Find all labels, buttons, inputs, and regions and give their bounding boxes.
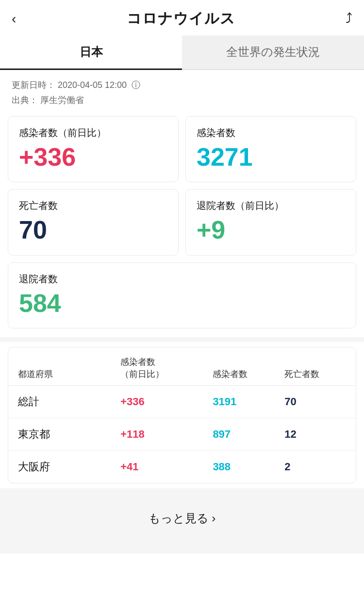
cell-cases: 388 — [213, 461, 284, 473]
table-header: 都道府県 感染者数（前日比） 感染者数 死亡者数 — [8, 347, 356, 386]
cell-deaths: 12 — [284, 428, 346, 441]
total-cases-value: 3271 — [197, 143, 345, 171]
total-cases-card: 感染者数 3271 — [185, 116, 356, 182]
header: ‹ コロナウイルス ⤴ — [0, 0, 364, 35]
page-title: コロナウイルス — [127, 9, 235, 29]
discharged-label: 退院者数 — [19, 273, 345, 286]
new-cases-card: 感染者数（前日比） +336 — [8, 116, 179, 182]
cell-new-cases: +336 — [120, 395, 213, 408]
new-cases-value: +336 — [19, 143, 167, 171]
discharged-diff-value: +9 — [197, 216, 345, 244]
tab-japan[interactable]: 日本 — [0, 35, 182, 70]
table-row: 総計 +336 3191 70 — [8, 386, 356, 418]
new-cases-label: 感染者数（前日比） — [19, 126, 167, 139]
back-button[interactable]: ‹ — [12, 11, 16, 27]
deaths-value: 70 — [19, 216, 167, 244]
updated-line: 更新日時： 2020-04-05 12:00 ⓘ — [12, 78, 352, 93]
cell-prefecture: 大阪府 — [18, 460, 120, 474]
more-button-container: もっと見る › — [0, 488, 364, 553]
cell-cases: 3191 — [213, 395, 284, 408]
cell-cases: 897 — [213, 428, 284, 441]
table-section: 都道府県 感染者数（前日比） 感染者数 死亡者数 総計 +336 3191 70… — [0, 347, 364, 488]
prefecture-table: 都道府県 感染者数（前日比） 感染者数 死亡者数 総計 +336 3191 70… — [8, 347, 356, 483]
share-button[interactable]: ⤴ — [346, 11, 352, 27]
cell-deaths: 70 — [284, 395, 346, 408]
cell-prefecture: 東京都 — [18, 427, 120, 442]
discharged-card: 退院者数 584 — [8, 262, 356, 328]
more-button[interactable]: もっと見る › — [8, 498, 356, 539]
discharged-diff-label: 退院者数（前日比） — [197, 199, 345, 212]
cell-prefecture: 総計 — [18, 394, 120, 409]
col-prefecture: 都道府県 — [18, 368, 120, 380]
cell-new-cases: +41 — [120, 461, 213, 473]
col-deaths: 死亡者数 — [284, 368, 346, 380]
section-divider — [0, 337, 364, 342]
table-row: 東京都 +118 897 12 — [8, 418, 356, 451]
table-row: 大阪府 +41 388 2 — [8, 451, 356, 483]
deaths-card: 死亡者数 70 — [8, 189, 179, 255]
discharged-diff-card: 退院者数（前日比） +9 — [185, 189, 356, 255]
stats-grid: 感染者数（前日比） +336 感染者数 3271 死亡者数 70 退院者数（前日… — [0, 111, 364, 335]
deaths-label: 死亡者数 — [19, 199, 167, 212]
meta-info: 更新日時： 2020-04-05 12:00 ⓘ 出典： 厚生労働省 — [0, 70, 364, 111]
cell-new-cases: +118 — [120, 428, 213, 441]
cell-deaths: 2 — [284, 461, 346, 473]
discharged-value: 584 — [19, 290, 345, 317]
total-cases-label: 感染者数 — [197, 126, 345, 139]
source-line: 出典： 厚生労働省 — [12, 93, 352, 108]
col-new-cases: 感染者数（前日比） — [120, 356, 213, 380]
tab-bar: 日本 全世界の発生状況 — [0, 35, 364, 70]
col-cases: 感染者数 — [213, 368, 284, 380]
tab-world[interactable]: 全世界の発生状況 — [182, 35, 364, 69]
